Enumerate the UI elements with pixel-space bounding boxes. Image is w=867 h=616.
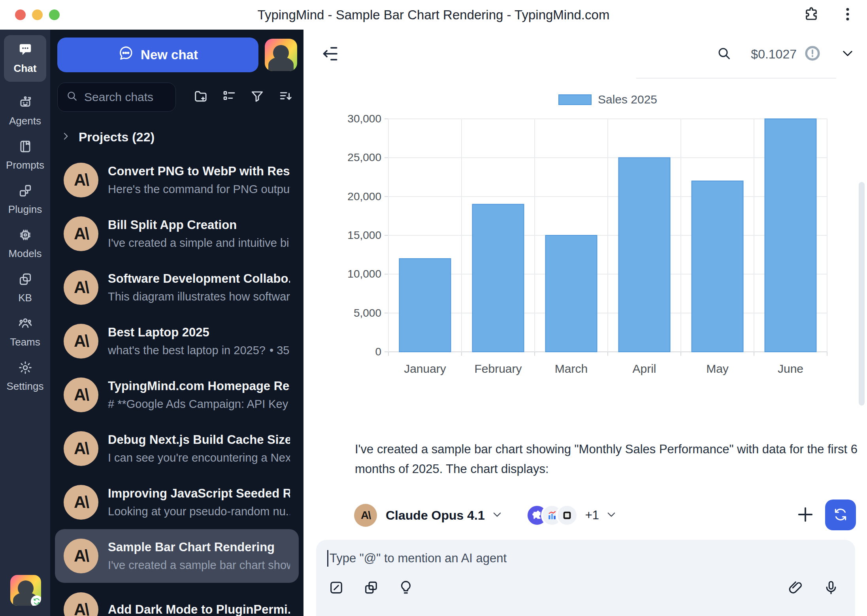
rail-item-plugins[interactable]: Plugins [0, 177, 50, 222]
y-axis-tick-label: 30,000 [331, 113, 381, 125]
chat-sidebar: New chat Search chats Projects (22) A\Co… [50, 30, 303, 616]
filter-icon[interactable] [250, 89, 265, 105]
chat-list-item[interactable]: A\Software Development Collabo...This di… [55, 261, 299, 314]
chat-title: Add Dark Mode to PluginPermi... [108, 603, 290, 616]
teams-icon [18, 316, 33, 332]
prompts-icon [18, 139, 33, 156]
bulk-select-icon[interactable] [222, 89, 237, 105]
sort-icon[interactable] [278, 89, 293, 105]
chevron-down-icon[interactable] [491, 509, 503, 522]
x-axis-tick-label: June [754, 362, 827, 376]
avatar-photo [273, 45, 289, 61]
maximize-button[interactable] [49, 9, 60, 20]
chat-title: Bill Split App Creation [108, 218, 290, 232]
assistant-avatar: A\ [64, 324, 98, 359]
chat-list-item[interactable]: A\Bill Split App CreationI've created a … [55, 207, 299, 261]
chat-snippet: This diagram illustrates how softwar...•… [108, 290, 290, 303]
rail-item-chat[interactable]: Chat [4, 35, 46, 82]
rail-item-label: Settings [7, 380, 44, 393]
chat-snippet: I've created a simple and intuitive bi..… [108, 237, 290, 250]
chat-list-item[interactable]: A\Sample Bar Chart RenderingI've created… [55, 529, 299, 583]
titlebar: TypingMind - Sample Bar Chart Rendering … [0, 0, 867, 30]
chevron-down-icon[interactable] [840, 46, 855, 62]
paperclip-icon[interactable] [787, 579, 804, 597]
window-controls [15, 9, 60, 20]
regenerate-button[interactable] [825, 500, 856, 530]
new-chat-button[interactable]: New chat [57, 38, 258, 72]
projects-header[interactable]: Projects (22) [60, 130, 293, 145]
assistant-avatar: A\ [64, 270, 98, 305]
assistant-avatar: A\ [64, 485, 98, 520]
rail-item-prompts[interactable]: Prompts [0, 133, 50, 177]
folder-plus-icon[interactable] [193, 89, 208, 105]
chat-list-item[interactable]: A\TypingMind.com Homepage Re...# **Googl… [55, 368, 299, 422]
rail-item-teams[interactable]: Teams [0, 310, 50, 354]
settings-icon [18, 360, 33, 377]
chat-list-item[interactable]: A\Convert PNG to WebP with Res...Here's … [55, 153, 299, 207]
chat-bubble-icon [118, 45, 134, 64]
rail-item-kb[interactable]: KB [0, 266, 50, 310]
chat-title: Best Laptop 2025 [108, 325, 290, 340]
credits-balance[interactable]: $0.1027 [751, 47, 797, 62]
plugin-cluster[interactable] [526, 504, 578, 526]
close-button[interactable] [15, 9, 26, 20]
chat-list-item[interactable]: A\Add Dark Mode to PluginPermi... [55, 583, 299, 616]
sidebar-toolbar [176, 89, 293, 105]
browser-window: TypingMind - Sample Bar Chart Rendering … [0, 0, 867, 616]
rail-item-agents[interactable]: Agents [0, 89, 50, 133]
collapse-sidebar-icon[interactable] [320, 44, 340, 64]
chat-title: Improving JavaScript Seeded R... [108, 486, 290, 501]
model-name[interactable]: Claude Opus 4.1 [386, 508, 485, 523]
search-messages-icon[interactable] [716, 45, 732, 63]
x-axis-tick-label: May [681, 362, 754, 376]
microphone-icon[interactable] [823, 579, 839, 597]
rail-item-settings[interactable]: Settings [0, 354, 50, 398]
chat-list-item[interactable]: A\Debug Next.js Build Cache Size...I can… [55, 422, 299, 475]
composer-tools [328, 579, 414, 597]
composer-input[interactable]: Type "@" to mention an AI agent [327, 550, 844, 567]
minimize-button[interactable] [32, 9, 43, 20]
x-axis-tick-label: April [608, 362, 681, 376]
chat-snippet: what's the best laptop in 2025?• 35m [108, 344, 290, 357]
chat-timestamp: • 35m [270, 344, 290, 357]
nav-rail: ChatAgentsPromptsPluginsModelsKBTeamsSet… [0, 30, 50, 616]
scrollbar-thumb[interactable] [859, 182, 865, 406]
assistant-avatar: A\ [64, 377, 98, 412]
page-title: TypingMind - Sample Bar Chart Rendering … [0, 0, 867, 30]
plugins-overflow-count[interactable]: +1 [585, 508, 599, 522]
avatar-photo [18, 580, 34, 596]
y-axis-tick-label: 5,000 [331, 307, 381, 319]
composer: Type "@" to mention an AI agent [316, 540, 855, 616]
chat-title: Software Development Collabo... [108, 272, 290, 286]
chat-snippet: I've created a sample bar chart showi...… [108, 559, 290, 572]
assistant-avatar: A\ [64, 539, 98, 573]
y-axis-tick-label: 0 [331, 346, 381, 358]
search-input[interactable]: Search chats [57, 83, 176, 112]
warning-icon[interactable] [804, 45, 821, 64]
add-attachment-icon[interactable] [795, 504, 817, 526]
kebab-menu-icon[interactable] [839, 6, 856, 24]
extensions-icon[interactable] [803, 6, 820, 24]
models-icon [18, 227, 33, 244]
chat-title: Convert PNG to WebP with Res... [108, 164, 290, 178]
refresh-icon [832, 506, 849, 524]
profile-avatar[interactable] [265, 39, 297, 71]
rail-item-label: Prompts [6, 159, 44, 171]
canvas-icon[interactable] [328, 579, 345, 597]
rail-item-models[interactable]: Models [0, 222, 50, 266]
x-axis-tick-label: March [535, 362, 608, 376]
y-axis-tick-label: 25,000 [331, 151, 381, 164]
assistant-avatar: A\ [64, 216, 98, 251]
chart-plot-area [388, 119, 827, 352]
lightbulb-icon[interactable] [398, 579, 414, 597]
y-axis-tick-label: 10,000 [331, 268, 381, 280]
chat-list-item[interactable]: A\Improving JavaScript Seeded R...Lookin… [55, 475, 299, 529]
chevron-down-icon[interactable] [605, 509, 617, 522]
rail-item-label: KB [18, 292, 32, 304]
rail-item-label: Teams [10, 336, 40, 348]
search-icon [66, 90, 78, 105]
user-avatar[interactable] [10, 575, 41, 606]
copy-pages-icon[interactable] [363, 579, 379, 597]
chat-list-item[interactable]: A\Best Laptop 2025what's the best laptop… [55, 314, 299, 368]
chat-icon [18, 42, 33, 59]
